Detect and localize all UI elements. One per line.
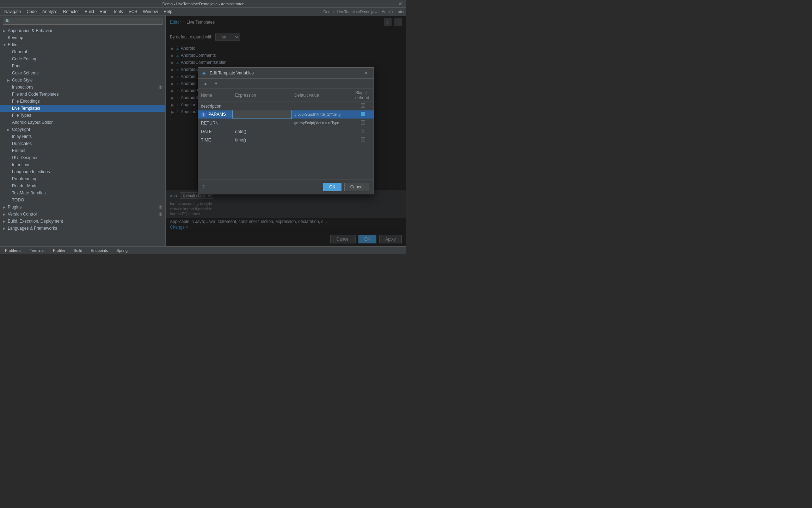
build-tab[interactable]: Build [72,248,84,253]
tree-node-version-control[interactable]: ▶ Version Control ! [0,211,165,218]
settings-content: Editor › Live Templates + − By default e… [166,16,406,246]
expand-icon-version-control: ▶ [3,212,6,216]
tree-label-font: Font [12,64,20,68]
tree-node-gui-designer[interactable]: ▶ GUI Designer [0,154,165,161]
applicable-area: Applicable in Java; Java: statement, con… [166,217,406,232]
expand-androidcommentskotlin-icon: ▶ [171,61,174,65]
check-angular-icon: ☑ [176,102,179,107]
tree-label-file-types: File Types [12,113,31,118]
expand-angular-icon: ▶ [171,103,174,107]
tree-node-file-encodings[interactable]: ▶ File Encodings [0,98,165,105]
tree-node-language-injections[interactable]: ▶ Language Injections [0,168,165,175]
tree-node-inlay-hints[interactable]: ▶ Inlay Hints [0,133,165,140]
group-android-kotlin[interactable]: ▶ ☑ AndroidKotlin [170,66,402,73]
check-android-icon: ☑ [176,46,179,51]
add-icon[interactable]: + [384,18,391,26]
applicable-text: Applicable in Java; Java: statement, con… [170,219,327,224]
spring-tab[interactable]: Spring [114,248,130,253]
tree-node-reader-mode[interactable]: ▶ Reader Mode [0,182,165,189]
tree-node-appearance[interactable]: ▶ Appearance & Behavior [0,27,165,34]
tree-label-code-editing: Code Editing [12,56,36,61]
minus-icon[interactable]: − [394,18,402,26]
expand-icon-appearance: ▶ [3,29,6,33]
menu-refactor[interactable]: Refactor [60,8,82,15]
tree-node-textmate-bundles[interactable]: ▶ TextMate Bundles [0,189,165,196]
tree-node-live-templates[interactable]: ▶ Live Templates [0,105,165,112]
tree-label-reader-mode: Reader Mode [12,183,38,188]
tree-label-inlay-hints: Inlay Hints [12,134,32,139]
menu-navigate[interactable]: Navigate [1,8,24,15]
tree-node-file-types[interactable]: ▶ File Types [0,112,165,119]
menu-run[interactable]: Run [97,8,110,15]
group-android[interactable]: ▶ ☑ Android [170,45,402,52]
applicable-line: Applicable in Java; Java: statement, con… [170,219,402,224]
tree-node-file-code-templates[interactable]: ▶ File and Code Templates [0,91,165,98]
tree-label-languages-frameworks: Languages & Frameworks [8,226,57,231]
tree-label-plugins: Plugins [8,205,21,210]
menu-build[interactable]: Build [82,8,97,15]
tree-node-intentions[interactable]: ▶ Intentions [0,161,165,168]
group-android-comments[interactable]: ▶ ☑ AndroidComments [170,52,402,59]
apply-settings-button[interactable]: Apply [379,235,402,243]
app-title: Demo - LiveTemplateDemo.java - Administr… [324,10,405,14]
terminal-tab[interactable]: Terminal [27,248,47,253]
menu-window[interactable]: Window [140,8,161,15]
group-angular[interactable]: ▶ ☑ Angular [170,101,402,108]
endpoints-tab[interactable]: Endpoints [88,248,110,253]
expand-header: By default expand with Tab Enter Space [170,34,402,41]
expand-icon-plugins: ▶ [3,205,6,209]
tree-node-duplicates[interactable]: ▶ Duplicates [0,140,165,147]
tree-node-editor[interactable]: ▼ Editor [0,41,165,48]
menu-code[interactable]: Code [24,8,39,15]
check-androidcommentskotlin-icon: ☑ [176,60,179,65]
breadcrumb-editor[interactable]: Editor [170,20,181,25]
expand-with-label: with [170,193,177,198]
tree-label-color-scheme: Color Scheme [12,71,39,75]
tree-node-keymap[interactable]: ▶ Keymap [0,34,165,41]
group-android-parcelable[interactable]: ▶ ☑ AndroidParcelable [170,87,402,94]
cancel-settings-button[interactable]: Cancel [330,235,355,243]
profiler-tab[interactable]: Profiler [51,248,67,253]
check-androidkotlin-icon: ☑ [176,67,179,72]
group-android-comments-kotlin[interactable]: ▶ ☑ AndroidCommentsKotlin [170,59,402,66]
expand-with-select[interactable]: Default (Tab) [180,192,213,199]
tree-label-android-layout-editor: Android Layout Editor [12,120,53,125]
group-android-log-kotlin[interactable]: ▶ ☑ AndroidLogKotlin [170,80,402,87]
check-angularjs-icon: ☑ [176,109,179,114]
tree-node-plugins[interactable]: ▶ Plugins ! [0,204,165,211]
change-link[interactable]: Change [170,225,185,230]
problems-tab[interactable]: Problems [3,248,23,253]
menu-vcs[interactable]: VCS [126,8,140,15]
menu-analyze[interactable]: Analyze [39,8,60,15]
taskbar: Problems Terminal Profiler Build Endpoin… [0,246,406,254]
expand-dropdown[interactable]: Tab Enter Space [215,34,240,41]
tree-node-build-execution[interactable]: ▶ Build, Execution, Deployment [0,218,165,225]
group-android-xml[interactable]: ▶ ☑ AndroidXML [170,94,402,101]
tree-node-emmet[interactable]: ▶ Emmet [0,147,165,154]
tree-label-gui-designer: GUI Designer [12,155,38,160]
tree-node-inspections[interactable]: ▶ Inspections ! [0,84,165,91]
tree-label-build-execution: Build, Execution, Deployment [8,219,63,224]
menu-help[interactable]: Help [161,8,175,15]
tree-node-color-scheme[interactable]: ▶ Color Scheme [0,69,165,77]
group-angularjs[interactable]: ▶ ☑ AngularJS [170,108,402,115]
tree-node-general[interactable]: ▶ General [0,48,165,55]
group-android-log[interactable]: ▶ ☑ AndroidLog [170,73,402,80]
breadcrumb-separator: › [183,20,184,25]
tree-node-code-editing[interactable]: ▶ Code Editing [0,55,165,62]
expand-androidkotlin-icon: ▶ [171,68,174,72]
tree-node-copyright[interactable]: ▶ Copyright [0,126,165,133]
menu-tools[interactable]: Tools [110,8,126,15]
tree-label-file-encodings: File Encodings [12,99,40,104]
settings-search-input[interactable] [3,18,162,25]
shorten-text: horten FQ names [166,211,406,216]
menu-bar: Navigate Code Analyze Refactor Build Run… [0,8,406,16]
close-button[interactable]: ✕ [398,1,403,6]
tree-node-font[interactable]: ▶ Font [0,62,165,69]
tree-node-android-layout-editor[interactable]: ▶ Android Layout Editor [0,119,165,126]
tree-node-proofreading[interactable]: ▶ Proofreading [0,175,165,182]
tree-node-code-style[interactable]: ▶ Code Style [0,77,165,84]
ok-settings-button[interactable]: OK [358,235,376,243]
tree-node-languages-frameworks[interactable]: ▶ Languages & Frameworks [0,225,165,232]
tree-node-todo[interactable]: ▶ TODO [0,196,165,204]
